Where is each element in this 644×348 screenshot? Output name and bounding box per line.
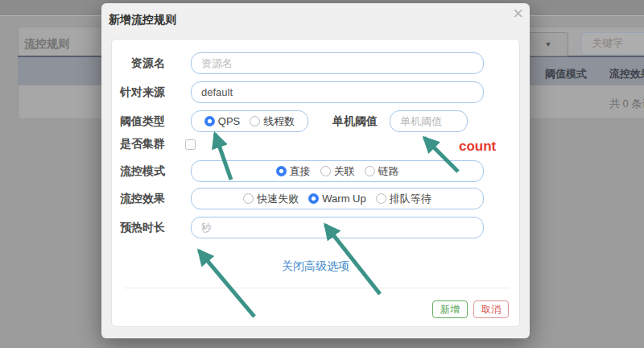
radio-label: QPS: [218, 115, 240, 127]
cluster-checkbox[interactable]: [185, 139, 196, 150]
radio-icon[interactable]: [204, 116, 215, 126]
submit-button[interactable]: 新增: [432, 300, 468, 318]
footer-divider: [124, 288, 509, 288]
single-threshold-input[interactable]: [390, 110, 468, 132]
origin-input[interactable]: [191, 81, 484, 103]
radio-label: 关联: [334, 164, 355, 179]
radio-label: 线程数: [263, 114, 295, 129]
radio-label: Warm Up: [322, 193, 365, 205]
threshold-type-group: QPS 线程数: [191, 110, 308, 132]
radio-icon[interactable]: [250, 116, 260, 126]
origin-label: 针对来源: [120, 85, 165, 100]
cancel-button[interactable]: 取消: [473, 300, 509, 318]
flow-mode-group: 直接 关联 链路: [191, 160, 484, 182]
table-header-flow-effect: 流控效果: [609, 67, 644, 81]
keyword-search-input[interactable]: 关键字: [581, 32, 644, 55]
chevron-down-icon: ▾: [546, 40, 550, 48]
threshold-type-label: 阈值类型: [120, 114, 165, 129]
radio-icon[interactable]: [308, 193, 319, 204]
radio-icon[interactable]: [276, 166, 287, 176]
radio-option-qps[interactable]: QPS: [204, 115, 240, 127]
form-row-resource: 资源名: [120, 52, 519, 74]
radio-option-chain[interactable]: 链路: [365, 164, 399, 179]
dialog-form-card: 资源名 针对来源 阈值类型 QPS: [111, 39, 520, 327]
form-row-flow-mode: 流控模式 直接 关联 链路: [120, 160, 519, 182]
single-threshold-label: 单机阈值: [332, 114, 378, 129]
radio-icon[interactable]: [243, 193, 254, 204]
radio-option-queue-wait[interactable]: 排队等待: [376, 192, 431, 206]
radio-option-warm-up[interactable]: Warm Up: [308, 193, 365, 205]
warmup-input[interactable]: [191, 217, 484, 238]
flow-effect-group: 快速失败 Warm Up 排队等待: [191, 188, 484, 209]
flow-effect-label: 流控效果: [120, 192, 165, 206]
warmup-label: 预热时长: [120, 221, 165, 235]
radio-option-fast-fail[interactable]: 快速失败: [243, 192, 299, 206]
radio-label: 直接: [290, 164, 311, 179]
radio-option-associate[interactable]: 关联: [320, 164, 355, 179]
radio-option-direct[interactable]: 直接: [276, 164, 311, 179]
table-header-threshold-mode: 阈值模式: [545, 67, 587, 81]
radio-icon[interactable]: [376, 193, 386, 204]
radio-label: 快速失败: [257, 192, 299, 206]
radio-icon[interactable]: [365, 166, 375, 176]
radio-label: 链路: [378, 164, 399, 179]
dialog-footer: 新增 取消: [112, 300, 519, 318]
flow-mode-label: 流控模式: [120, 164, 165, 179]
radio-label: 排队等待: [390, 192, 431, 206]
radio-icon[interactable]: [320, 166, 331, 176]
record-count-text: 共 0 条记录: [609, 97, 644, 111]
radio-option-thread-count[interactable]: 线程数: [250, 114, 295, 129]
form-row-origin: 针对来源: [120, 81, 519, 103]
form-row-warmup: 预热时长: [120, 217, 519, 238]
page: 流控规则 阈值模式 流控效果 共 0 条记录 ▾ 关键字 新增流控规则 × 资源…: [0, 0, 644, 348]
count-annotation-text: count: [459, 139, 496, 155]
dialog-title: 新增流控规则: [109, 13, 176, 27]
form-row-threshold: 阈值类型 QPS 线程数 单机阈值: [120, 110, 519, 132]
form-row-flow-effect: 流控效果 快速失败 Warm Up 排队等待: [120, 188, 519, 209]
add-flow-rule-dialog: 新增流控规则 × 资源名 针对来源 阈值类型: [101, 3, 530, 338]
resource-label: 资源名: [120, 56, 165, 71]
toggle-advanced-options-link[interactable]: 关闭高级选项: [112, 258, 519, 274]
resource-input[interactable]: [191, 52, 484, 74]
cluster-label: 是否集群: [120, 137, 165, 151]
background-dropdown[interactable]: ▾: [528, 32, 568, 56]
close-icon[interactable]: ×: [513, 5, 523, 23]
background-panel-title: 流控规则: [24, 37, 69, 52]
